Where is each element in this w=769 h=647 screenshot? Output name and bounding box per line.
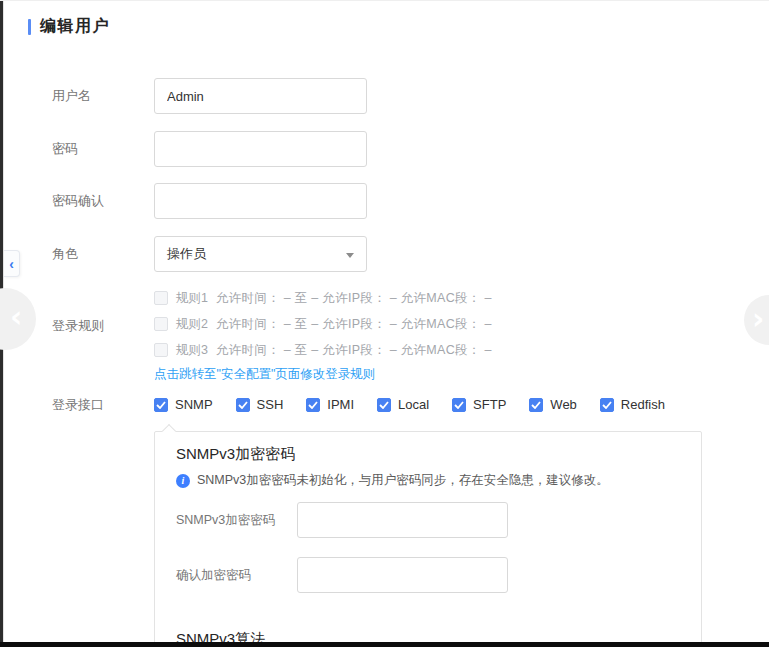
info-icon: i	[176, 474, 190, 488]
snmpv3-panel: SNMPv3加密密码 i SNMPv3加密密码未初始化，与用户密码同步，存在安全…	[154, 431, 702, 647]
panel-pointer-caret	[162, 424, 176, 438]
rule3-detail: 允许时间： – 至 – 允许IP段： – 允许MAC段： –	[216, 342, 492, 359]
interface-option-sftp[interactable]: SFTP	[452, 397, 506, 412]
login-rule-item: 规则2 允许时间： – 至 – 允许IP段： – 允许MAC段： –	[154, 311, 492, 337]
chevron-left-icon: ‹	[9, 257, 14, 271]
interface-option-snmp[interactable]: SNMP	[154, 397, 213, 412]
chevron-down-icon	[346, 253, 354, 258]
rule1-name: 规则1	[176, 290, 208, 307]
ipmi-checkbox[interactable]	[306, 398, 320, 412]
check-icon	[308, 401, 318, 409]
check-icon	[379, 401, 389, 409]
carousel-next-button[interactable]: ›	[744, 295, 769, 345]
snmpv3-panel-title: SNMPv3加密密码	[176, 445, 295, 464]
interface-option-local[interactable]: Local	[377, 397, 429, 412]
interface-option-ipmi[interactable]: IPMI	[306, 397, 354, 412]
security-config-link[interactable]: 点击跳转至"安全配置"页面修改登录规则	[154, 366, 375, 383]
login-rules-label: 登录规则	[52, 317, 148, 335]
snmpv3-notice: i SNMPv3加密密码未初始化，与用户密码同步，存在安全隐患，建议修改。	[176, 472, 609, 489]
role-select[interactable]: 操作员	[154, 236, 367, 272]
interface-option-redfish[interactable]: Redfish	[600, 397, 665, 412]
chevron-right-icon: ›	[752, 304, 764, 334]
rule1-checkbox	[154, 291, 168, 305]
page-title: 编辑用户	[40, 16, 110, 37]
check-icon	[454, 401, 464, 409]
role-label: 角色	[52, 236, 148, 272]
check-icon	[238, 401, 248, 409]
title-accent-bar	[28, 19, 31, 35]
top-edge-divider	[0, 0, 769, 1]
rule2-detail: 允许时间： – 至 – 允许IP段： – 允许MAC段： –	[216, 316, 492, 333]
snmp-checkbox[interactable]	[154, 398, 168, 412]
chevron-left-icon: ‹	[10, 302, 22, 332]
login-rule-item: 规则1 允许时间： – 至 – 允许IP段： – 允许MAC段： –	[154, 285, 492, 311]
rule3-checkbox	[154, 343, 168, 357]
interface-option-web[interactable]: Web	[529, 397, 577, 412]
snmpv3-password-label: SNMPv3加密密码	[176, 502, 276, 538]
password-confirm-input[interactable]	[154, 183, 367, 219]
interface-option-label: SFTP	[473, 397, 506, 412]
sftp-checkbox[interactable]	[452, 398, 466, 412]
rule1-detail: 允许时间： – 至 – 允许IP段： – 允许MAC段： –	[216, 290, 492, 307]
snmpv3-notice-text: SNMPv3加密密码未初始化，与用户密码同步，存在安全隐患，建议修改。	[197, 472, 609, 489]
username-label: 用户名	[52, 78, 148, 114]
role-selected-value: 操作员	[167, 245, 206, 263]
local-checkbox[interactable]	[377, 398, 391, 412]
page-header: 编辑用户	[28, 16, 110, 37]
interface-option-label: Local	[398, 397, 429, 412]
snmpv3-confirm-input[interactable]	[297, 557, 508, 593]
interface-option-label: Web	[550, 397, 577, 412]
check-icon	[156, 401, 166, 409]
carousel-prev-button[interactable]: ‹	[0, 288, 36, 350]
rule3-name: 规则3	[176, 342, 208, 359]
interface-option-ssh[interactable]: SSH	[236, 397, 284, 412]
snmpv3-password-input[interactable]	[297, 502, 508, 538]
web-checkbox[interactable]	[529, 398, 543, 412]
password-confirm-label: 密码确认	[52, 183, 148, 219]
check-icon	[602, 401, 612, 409]
password-input[interactable]	[154, 131, 367, 167]
rule2-name: 规则2	[176, 316, 208, 333]
login-interfaces-label: 登录接口	[52, 397, 148, 413]
edit-user-page: 编辑用户 用户名 密码 密码确认 角色 操作员 登录规则	[0, 0, 769, 647]
bottom-edge-strip	[0, 642, 769, 647]
interface-option-label: SNMP	[175, 397, 213, 412]
interface-option-label: IPMI	[327, 397, 354, 412]
interface-option-label: Redfish	[621, 397, 665, 412]
password-label: 密码	[52, 131, 148, 167]
snmpv3-confirm-label: 确认加密密码	[176, 557, 276, 593]
sidebar-collapse-tab[interactable]: ‹	[4, 250, 20, 277]
login-interfaces-list: SNMP SSH IPMI	[154, 397, 665, 412]
interface-option-label: SSH	[257, 397, 284, 412]
username-input[interactable]	[154, 78, 367, 114]
rule2-checkbox	[154, 317, 168, 331]
check-icon	[531, 401, 541, 409]
login-rule-item: 规则3 允许时间： – 至 – 允许IP段： – 允许MAC段： –	[154, 337, 492, 363]
redfish-checkbox[interactable]	[600, 398, 614, 412]
ssh-checkbox[interactable]	[236, 398, 250, 412]
